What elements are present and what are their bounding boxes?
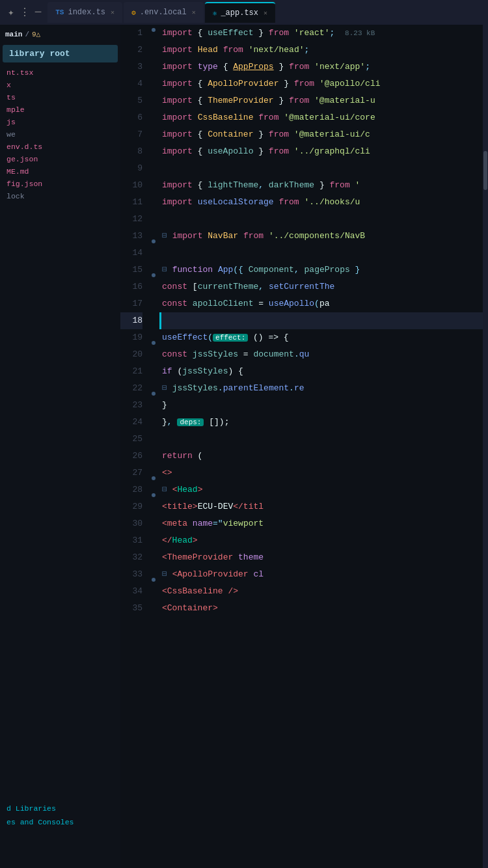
line-num-33: 33 — [120, 566, 142, 583]
code-line-15: ⊟ function App({ Component, pageProps } — [159, 262, 488, 278]
code-line-13: ⊟ import NavBar from '../components/NavB — [159, 228, 488, 245]
line-num-23: 23 — [120, 397, 142, 414]
line-num-12: 12 — [120, 211, 142, 228]
code-line-34: <CssBaseline /> — [159, 583, 488, 600]
more-icon: ⋮ — [20, 6, 30, 19]
app-window: ✦ ⋮ ─ TS index.ts ✕ ⚙ .env.local ✕ ⚛ _ap… — [0, 0, 488, 868]
code-line-24: }, deps: []); — [159, 414, 488, 431]
code-line-11: import useLocalStorage from '../hooks/u — [159, 194, 488, 211]
line-numbers: 1 2 3 4 5 6 7 8 9 10 11 12 13 14 15 16 1… — [120, 25, 148, 868]
gutter-fold-1 — [152, 28, 156, 32]
tab-app-tsx-label: _app.tsx — [221, 8, 258, 18]
git-separator: / — [25, 31, 29, 38]
gutter-fold-13 — [152, 239, 156, 243]
git-branch: main — [5, 31, 22, 38]
sidebar: main / 9△ library root nt.tsx x ts mple … — [0, 25, 120, 868]
code-line-33: ⊟ <ApolloProvider cl — [159, 566, 488, 583]
sidebar-item-lock[interactable]: lock — [0, 190, 120, 202]
sidebar-item-nttsx[interactable]: nt.tsx — [0, 66, 120, 79]
line-num-30: 30 — [120, 515, 142, 532]
tab-bar: ✦ ⋮ ─ TS index.ts ✕ ⚙ .env.local ✕ ⚛ _ap… — [0, 0, 488, 25]
line-num-29: 29 — [120, 498, 142, 515]
code-line-18 — [159, 312, 488, 329]
sidebar-item-mple[interactable]: mple — [0, 103, 120, 116]
main-layout: main / 9△ library root nt.tsx x ts mple … — [0, 25, 488, 868]
menu-icon: ✦ — [8, 6, 14, 19]
code-line-32: <ThemeProvider theme — [159, 549, 488, 566]
code-line-20: const jssStyles = document.qu — [159, 346, 488, 363]
sidebar-bottom: d Libraries es and Consoles — [0, 802, 120, 829]
window-controls: ✦ ⋮ ─ — [3, 6, 46, 19]
line-num-7: 7 — [120, 126, 142, 143]
line-num-16: 16 — [120, 278, 142, 295]
line-num-1: 1 — [120, 25, 142, 42]
line-num-31: 31 — [120, 532, 142, 549]
scrollbar-thumb[interactable] — [483, 151, 487, 190]
line-num-4: 4 — [120, 75, 142, 92]
sidebar-item-ge-json[interactable]: ge.json — [0, 153, 120, 165]
code-line-26: return ( — [159, 448, 488, 465]
line-num-19: 19 — [120, 329, 142, 346]
sidebar-libraries[interactable]: d Libraries — [0, 802, 120, 815]
sidebar-consoles[interactable]: es and Consoles — [0, 815, 120, 829]
code-line-28: ⊟ <Head> — [159, 481, 488, 498]
tab-app-tsx-close[interactable]: ✕ — [264, 9, 267, 17]
line-num-6: 6 — [120, 109, 142, 126]
line-num-34: 34 — [120, 583, 142, 600]
git-changes: 9△ — [32, 30, 40, 38]
line-num-24: 24 — [120, 414, 142, 431]
line-num-3: 3 — [120, 59, 142, 75]
gutter-fold-33 — [152, 578, 156, 582]
sidebar-item-x[interactable]: x — [0, 79, 120, 91]
gutter-fold-27 — [152, 476, 156, 480]
sidebar-item-we[interactable]: we — [0, 128, 120, 141]
line-num-35: 35 — [120, 600, 142, 617]
tab-app-tsx[interactable]: ⚛ _app.tsx ✕ — [205, 2, 275, 23]
scrollbar[interactable] — [483, 25, 488, 868]
line-num-22: 22 — [120, 380, 142, 397]
line-num-5: 5 — [120, 92, 142, 109]
code-line-30: <meta name="viewport — [159, 515, 488, 532]
line-num-28: 28 — [120, 481, 142, 498]
tab-index-ts-label: index.ts — [68, 8, 105, 17]
sidebar-item-fig-json[interactable]: fig.json — [0, 178, 120, 190]
code-line-25 — [159, 431, 488, 448]
tab-index-ts[interactable]: TS index.ts ✕ — [47, 2, 122, 23]
tab-env-local[interactable]: ⚙ .env.local ✕ — [124, 2, 204, 23]
git-info: main / 9△ — [0, 27, 120, 44]
sidebar-item-js[interactable]: js — [0, 116, 22, 128]
gutter-fold-19 — [152, 341, 156, 345]
line-num-15: 15 — [120, 262, 142, 278]
code-line-5: import { ThemeProvider } from '@material… — [159, 92, 488, 109]
tab-index-ts-close[interactable]: ✕ — [111, 8, 115, 16]
gutter-fold-15 — [152, 273, 156, 277]
sidebar-item-env-dts[interactable]: env.d.ts — [0, 141, 120, 153]
code-line-2: import Head from 'next/head'; — [159, 42, 488, 59]
code-content[interactable]: import { useEffect } from 'react'; 8.23 … — [159, 25, 488, 868]
code-line-35: <Container> — [159, 600, 488, 617]
editor-area: 1 2 3 4 5 6 7 8 9 10 11 12 13 14 15 16 1… — [120, 25, 488, 868]
code-line-12 — [159, 211, 488, 228]
line-num-32: 32 — [120, 549, 142, 566]
gutter — [148, 25, 159, 868]
line-num-25: 25 — [120, 431, 142, 448]
code-line-17: const apolloClient = useApollo(pa — [159, 295, 488, 312]
tab-env-local-close[interactable]: ✕ — [192, 8, 196, 16]
line-num-10: 10 — [120, 177, 142, 194]
code-line-14 — [159, 245, 488, 262]
line-num-13: 13 — [120, 228, 142, 245]
line-num-9: 9 — [120, 160, 142, 177]
sidebar-item-ts[interactable]: ts — [0, 91, 120, 103]
code-line-23: } — [159, 397, 488, 414]
line-num-2: 2 — [120, 42, 142, 59]
code-line-19: useEffect(effect: () => { — [159, 329, 488, 346]
code-line-1: import { useEffect } from 'react'; 8.23 … — [159, 25, 488, 42]
library-root-label: library root — [9, 49, 70, 59]
sidebar-item-me-md[interactable]: ME.md — [0, 165, 120, 178]
line-num-18: 18 — [120, 312, 142, 329]
library-root-item[interactable]: library root — [3, 45, 118, 62]
code-line-6: import CssBaseline from '@material-ui/co… — [159, 109, 488, 126]
line-num-17: 17 — [120, 295, 142, 312]
minus-icon: ─ — [35, 7, 42, 18]
code-line-8: import { useApollo } from '../graphql/cl… — [159, 143, 488, 160]
